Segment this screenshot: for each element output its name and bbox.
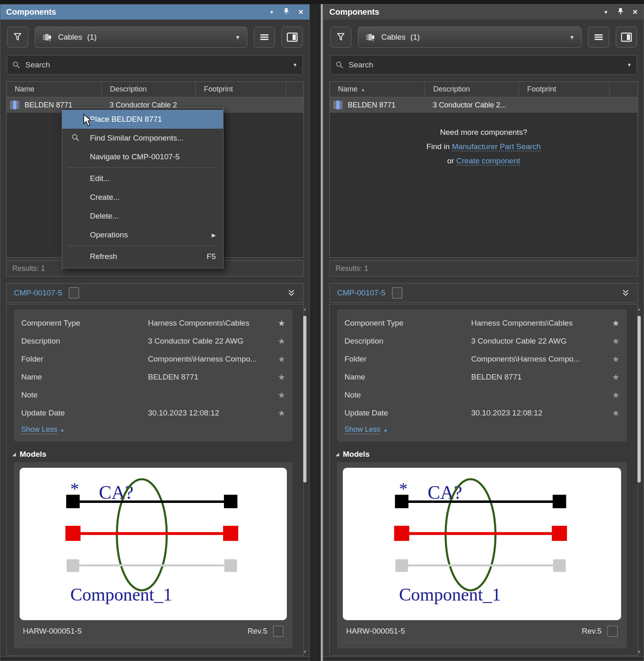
favorite-star-icon[interactable]: ★: [278, 390, 285, 400]
property-row: FolderComponents\Harness Compo...★: [344, 350, 619, 368]
property-row: Note★: [21, 386, 285, 404]
category-dropdown[interactable]: Cables (1) ▼: [35, 27, 247, 48]
panel-splitter[interactable]: [310, 4, 323, 661]
scroll-up-icon[interactable]: ▲: [302, 307, 308, 311]
collapse-double-chevron-icon[interactable]: [287, 289, 296, 297]
property-row: Component TypeHarness Components\Cables★: [21, 314, 285, 332]
column-header-name[interactable]: Name▲: [330, 82, 425, 97]
favorite-star-icon[interactable]: ★: [612, 408, 619, 418]
scrollbar-thumb[interactable]: [303, 316, 306, 482]
favorite-star-icon[interactable]: ★: [278, 408, 285, 418]
svg-text:CA?: CA?: [428, 482, 462, 503]
find-in-prefix: Find in: [427, 142, 450, 151]
splitter-handle[interactable]: [321, 4, 323, 661]
menu-item-delete[interactable]: Delete...: [62, 207, 223, 226]
section-collapse-icon: [335, 453, 339, 456]
favorite-star-icon[interactable]: ★: [612, 336, 619, 346]
scrollbar[interactable]: ▲ ▼: [636, 307, 642, 654]
model-card: * CA? Component_1: [337, 462, 627, 648]
menu-item-find-similar[interactable]: Find Similar Components...: [62, 129, 223, 147]
or-prefix: or: [447, 156, 454, 165]
column-header-name[interactable]: Name: [7, 82, 101, 97]
column-header-description[interactable]: Description: [425, 82, 519, 97]
panel-title: Components: [6, 7, 56, 17]
create-component-link[interactable]: Create component: [456, 156, 520, 165]
pin-icon[interactable]: [283, 8, 289, 16]
search-input[interactable]: [349, 60, 622, 69]
menu-item-operations[interactable]: Operations▶: [62, 226, 223, 244]
category-dropdown[interactable]: Cables (1) ▼: [358, 27, 581, 48]
column-header-spacer: [286, 82, 303, 97]
favorite-star-icon[interactable]: ★: [612, 372, 619, 382]
results-bar: Results: 1: [329, 260, 638, 277]
pin-icon[interactable]: [617, 8, 624, 16]
close-icon[interactable]: ✕: [298, 8, 304, 16]
category-label: Cables: [58, 33, 82, 42]
list-view-button[interactable]: [254, 27, 275, 48]
search-history-caret-icon[interactable]: ▼: [293, 62, 297, 68]
column-header-footprint[interactable]: Footprint: [519, 82, 609, 97]
close-icon[interactable]: ✕: [633, 8, 638, 16]
category-count: (1): [87, 33, 96, 42]
manufacturer-part-search-link[interactable]: Manufacturer Part Search: [452, 142, 541, 151]
empty-state: Need more components? Find in Manufactur…: [330, 125, 637, 168]
divider: [21, 642, 285, 643]
empty-state-title: Need more components?: [330, 125, 637, 139]
model-checkbox[interactable]: [273, 625, 284, 637]
cable-model-drawing: * CA? Component_1: [343, 468, 621, 620]
menu-separator: [68, 246, 217, 246]
show-less-link[interactable]: Show Less▲: [21, 425, 65, 434]
search-history-caret-icon[interactable]: ▼: [627, 62, 632, 68]
table-row[interactable]: BELDEN 8771 3 Conductor Cable 2...: [330, 97, 637, 113]
menu-item-navigate[interactable]: Navigate to CMP-00107-5: [62, 147, 223, 166]
scroll-down-icon[interactable]: ▼: [302, 650, 308, 654]
list-view-button[interactable]: [588, 27, 609, 48]
context-menu: Place BELDEN 8771 Find Similar Component…: [62, 107, 224, 268]
component-id-link[interactable]: CMP-00107-5: [337, 288, 385, 297]
favorite-star-icon[interactable]: ★: [278, 318, 285, 328]
model-checkbox[interactable]: [607, 625, 618, 637]
toolbar: Cables (1) ▼: [7, 27, 303, 48]
favorite-star-icon[interactable]: ★: [612, 390, 619, 400]
filter-button[interactable]: [330, 27, 351, 48]
panel-menu-caret-icon[interactable]: ▼: [269, 9, 274, 15]
divider: [344, 642, 619, 643]
hamburger-icon: [594, 33, 604, 41]
favorite-star-icon[interactable]: ★: [612, 318, 619, 328]
favorite-star-icon[interactable]: ★: [612, 354, 619, 364]
search-input[interactable]: [25, 60, 288, 69]
collapsed-section-strip: [0, 657, 309, 661]
menu-shortcut: F5: [207, 252, 216, 261]
panel-menu-caret-icon[interactable]: ▼: [604, 9, 608, 15]
funnel-icon: [13, 32, 22, 42]
scroll-down-icon[interactable]: ▼: [636, 650, 642, 654]
model-part-number: HARW-000051-5: [23, 627, 82, 636]
panel-layout-button[interactable]: [282, 27, 303, 48]
cable-model-drawing: * CA? Component_1: [20, 468, 287, 620]
collapse-double-chevron-icon[interactable]: [621, 289, 630, 297]
models-section-header[interactable]: Models: [12, 450, 303, 459]
panel-layout-button[interactable]: [616, 27, 637, 48]
column-header-footprint[interactable]: Footprint: [195, 82, 286, 97]
component-checkbox[interactable]: [392, 287, 402, 299]
submenu-arrow-icon: ▶: [212, 232, 216, 238]
section-collapse-icon: [12, 453, 16, 456]
scrollbar[interactable]: ▲ ▼: [302, 307, 308, 654]
component-checkbox[interactable]: [69, 287, 79, 299]
column-header-description[interactable]: Description: [101, 82, 195, 97]
models-section-header[interactable]: Models: [335, 450, 637, 459]
svg-text:CA?: CA?: [99, 482, 133, 503]
show-less-link[interactable]: Show Less▲: [344, 425, 388, 434]
component-id-link[interactable]: CMP-00107-5: [14, 288, 62, 297]
favorite-star-icon[interactable]: ★: [278, 336, 285, 346]
category-count: (1): [410, 33, 420, 42]
scrollbar-thumb[interactable]: [637, 316, 641, 482]
menu-item-refresh[interactable]: RefreshF5: [62, 247, 223, 266]
component-chip-icon: [333, 100, 343, 110]
filter-button[interactable]: [7, 27, 28, 48]
scroll-up-icon[interactable]: ▲: [636, 307, 642, 311]
favorite-star-icon[interactable]: ★: [278, 354, 285, 364]
favorite-star-icon[interactable]: ★: [278, 372, 285, 382]
menu-item-edit[interactable]: Edit...: [62, 169, 223, 188]
menu-item-create[interactable]: Create...: [62, 188, 223, 207]
